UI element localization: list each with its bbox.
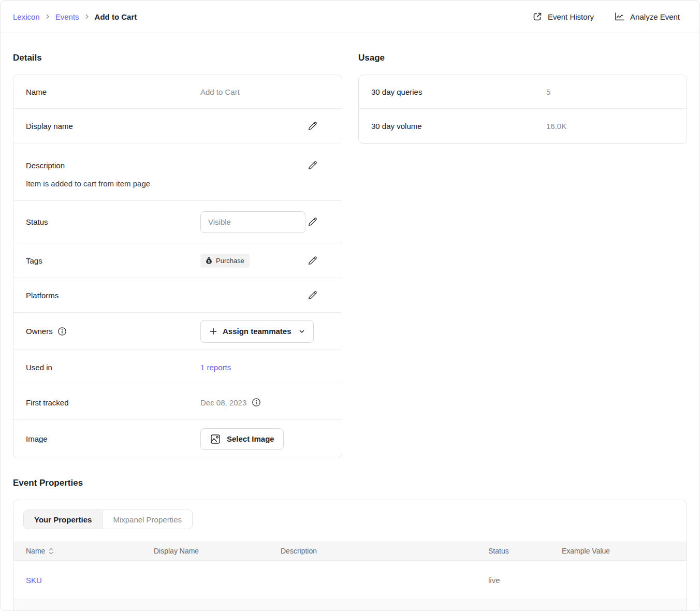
usage-card: 30 day queries 5 30 day volume 16.0K [358, 75, 687, 144]
display-name-label: Display name [26, 122, 200, 130]
select-image-label: Select Image [227, 434, 274, 443]
name-label: Name [26, 88, 200, 96]
volume-value: 16.0K [546, 122, 566, 130]
assign-teammates-label: Assign teammates [223, 327, 291, 336]
usage-title: Usage [358, 53, 687, 63]
name-column-label: Name [26, 547, 45, 555]
details-title: Details [13, 53, 342, 63]
edit-display-name-button[interactable] [306, 120, 319, 133]
pencil-icon [307, 255, 318, 266]
chevron-down-icon [299, 328, 305, 334]
edit-status-button[interactable] [306, 215, 319, 228]
top-actions: Event History Analyze Event [532, 11, 680, 22]
analyze-event-label: Analyze Event [630, 12, 680, 21]
top-bar: Lexicon Events Add to Cart Event History [1, 1, 699, 33]
column-header-display-name: Display Name [154, 547, 281, 555]
edit-description-button[interactable] [306, 159, 319, 172]
detail-row-description: Description Item is added to cart from i… [13, 143, 342, 201]
main-content: Details Name Add to Cart Display name [1, 33, 699, 611]
line-chart-icon [614, 11, 625, 22]
pencil-icon [307, 216, 318, 227]
detail-row-name: Name Add to Cart [13, 75, 342, 109]
used-in-label: Used in [26, 363, 200, 372]
event-properties-card: Your Properties Mixpanel Properties Name… [13, 500, 687, 611]
details-card: Name Add to Cart Display name Descriptio… [13, 75, 342, 458]
owners-label: Owners [26, 327, 53, 336]
detail-row-status: Status Visible [13, 201, 342, 243]
breadcrumb-current-event: Add to Cart [95, 12, 137, 21]
platforms-label: Platforms [26, 291, 200, 300]
properties-tabs: Your Properties Mixpanel Properties [23, 510, 193, 529]
lexicon-event-detail-page: { "breadcrumb": { "items": [ { "label": … [0, 0, 700, 611]
tab-your-properties[interactable]: Your Properties [24, 510, 103, 529]
chevron-right-icon [84, 13, 90, 20]
first-tracked-label: First tracked [26, 398, 200, 407]
property-row-scroll-pct: Scroll % live [13, 600, 687, 611]
details-section: Details Name Add to Cart Display name [13, 53, 342, 458]
column-header-description: Description [281, 547, 488, 555]
image-label: Image [26, 434, 200, 443]
description-value: Item is added to cart from item page [26, 179, 319, 188]
detail-row-used-in: Used in 1 reports [13, 350, 342, 385]
image-icon [210, 433, 221, 445]
column-header-status: Status [488, 547, 562, 555]
volume-label: 30 day volume [371, 122, 546, 130]
info-icon [252, 398, 261, 407]
detail-row-tags: Tags $ Purchase [13, 243, 342, 278]
breadcrumb-events[interactable]: Events [55, 12, 79, 21]
external-link-icon [532, 11, 543, 22]
usage-row-volume: 30 day volume 16.0K [359, 109, 687, 143]
money-bag-icon: $ [206, 257, 212, 265]
assign-teammates-button[interactable]: Assign teammates [200, 320, 314, 343]
detail-row-platforms: Platforms [13, 278, 342, 313]
tag-label: Purchase [216, 257, 244, 265]
queries-value: 5 [546, 88, 550, 96]
column-header-example-value: Example Value [562, 547, 687, 555]
event-history-button[interactable]: Event History [532, 11, 594, 22]
queries-label: 30 day queries [371, 88, 546, 96]
name-value: Add to Cart [200, 88, 240, 96]
property-status: live [488, 576, 562, 585]
tag-chip-purchase[interactable]: $ Purchase [200, 254, 250, 268]
event-history-label: Event History [548, 12, 594, 21]
edit-platforms-button[interactable] [306, 289, 319, 302]
properties-table-header: Name Display Name Description Status Exa… [13, 542, 687, 561]
status-select[interactable]: Visible [200, 211, 305, 233]
select-image-button[interactable]: Select Image [200, 428, 284, 450]
status-label: Status [26, 217, 200, 226]
property-row-sku: SKU live [13, 561, 687, 600]
usage-row-queries: 30 day queries 5 [359, 75, 687, 109]
usage-section: Usage 30 day queries 5 30 day volume 16.… [358, 53, 687, 144]
property-name-link[interactable]: SKU [26, 576, 154, 585]
first-tracked-info-button[interactable] [252, 398, 261, 407]
info-icon [57, 327, 67, 336]
tab-mixpanel-properties[interactable]: Mixpanel Properties [103, 510, 192, 529]
event-properties-section: Event Properties Your Properties Mixpane… [13, 478, 687, 611]
event-properties-title: Event Properties [13, 478, 687, 488]
column-header-name[interactable]: Name [26, 547, 154, 555]
detail-row-image: Image Select Image [13, 420, 342, 458]
pencil-icon [307, 290, 318, 301]
detail-row-owners: Owners Assign teammates [13, 313, 342, 350]
used-in-reports-link[interactable]: 1 reports [200, 363, 231, 372]
status-value: Visible [208, 217, 231, 226]
tags-label: Tags [26, 256, 200, 265]
description-label: Description [26, 161, 200, 170]
first-tracked-value: Dec 08, 2023 [200, 398, 246, 407]
sort-icon [49, 548, 53, 555]
breadcrumb: Lexicon Events Add to Cart [13, 12, 137, 21]
pencil-icon [307, 160, 318, 171]
detail-row-display-name: Display name [13, 109, 342, 143]
edit-tags-button[interactable] [306, 254, 319, 267]
breadcrumb-lexicon[interactable]: Lexicon [13, 12, 40, 21]
plus-icon [209, 327, 217, 336]
pencil-icon [307, 121, 318, 132]
owners-info-button[interactable] [57, 327, 67, 336]
analyze-event-button[interactable]: Analyze Event [614, 11, 680, 22]
svg-text:$: $ [208, 259, 210, 264]
chevron-right-icon [45, 13, 51, 20]
detail-row-first-tracked: First tracked Dec 08, 2023 [13, 385, 342, 420]
